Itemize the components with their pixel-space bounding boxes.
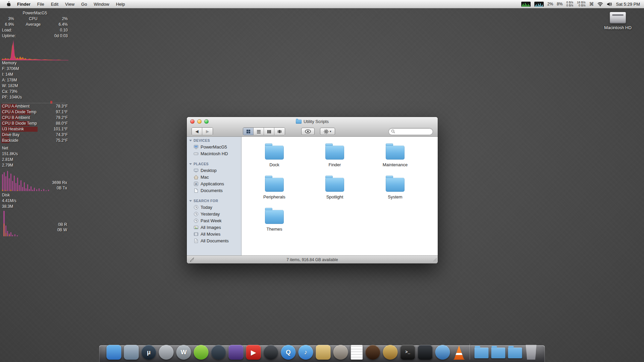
status-io-meter-2[interactable]: 18 B/s 0 B/s [577, 1, 586, 7]
title-bar[interactable]: Utility Scripts [187, 117, 438, 126]
devices-section-header[interactable]: DEVICES [187, 137, 241, 143]
disclosure-triangle-icon[interactable] [189, 200, 192, 202]
folder-label: Dock [269, 162, 279, 167]
proxy-folder-icon[interactable] [296, 120, 302, 124]
dock-item-flame-app[interactable] [366, 345, 380, 360]
dock-item-blue-sphere-app[interactable] [435, 345, 450, 360]
status-io-meter-1[interactable]: 0 B/s 0 B/s [566, 1, 573, 7]
dock-item-monitor-app[interactable] [418, 345, 433, 360]
back-button[interactable]: ◀ [192, 128, 202, 135]
sidebar-item-past-week[interactable]: Past Week [187, 217, 241, 224]
sidebar-item-home[interactable]: Mac [187, 174, 241, 180]
temperature-readouts: CPU A Ambient78.3°F CPU A Diode Temp97.1… [1, 104, 68, 143]
volume-icon[interactable] [607, 2, 612, 6]
dock-item-trash[interactable] [525, 345, 538, 360]
cpu-usage-row: 3% CPU 2% [1, 16, 68, 22]
dock-item-finder[interactable] [107, 345, 121, 360]
search-for-section-header[interactable]: SEARCH FOR [187, 198, 241, 204]
resize-grip[interactable] [433, 257, 437, 263]
dock-item-gimp[interactable] [333, 345, 348, 360]
action-menu-button[interactable]: ▾ [320, 128, 335, 135]
dock-item-discord[interactable] [211, 345, 226, 360]
folder-item-finder[interactable]: Finder [305, 144, 365, 176]
sidebar-item-all-documents[interactable]: All Documents [187, 237, 241, 244]
quick-look-button[interactable] [301, 128, 315, 135]
folder-icon [265, 145, 284, 160]
window-header[interactable]: Utility Scripts ◀ ▶ [187, 117, 438, 137]
status-mem-percent[interactable]: 8% [557, 2, 562, 6]
apple-menu[interactable] [3, 0, 14, 8]
search-input[interactable] [396, 129, 430, 134]
dock-item-wordpress[interactable]: W [176, 345, 191, 360]
wifi-icon[interactable] [597, 2, 603, 6]
dock-item-documents-folder[interactable] [491, 348, 505, 360]
close-button[interactable] [190, 119, 195, 124]
sidebar-item-label: Macintosh HD [201, 151, 228, 156]
menubar-net-history-widget[interactable] [534, 2, 544, 7]
disk-read-label: 0B R [58, 222, 67, 228]
dock-item-vlc[interactable] [453, 346, 466, 360]
icon-view-button[interactable] [243, 128, 254, 135]
places-section-header[interactable]: PLACES [187, 161, 241, 167]
folder-item-dock[interactable]: Dock [244, 144, 305, 176]
menubar-cpu-history-widget[interactable] [521, 2, 531, 7]
sidebar-item-all-images[interactable]: All Images [187, 224, 241, 231]
status-cpu-percent[interactable]: 2% [547, 2, 553, 6]
sidebar-item-desktop[interactable]: Desktop [187, 167, 241, 174]
monitor-hostname: PowerMacG5 [1, 10, 68, 16]
wordpress-icon: W [176, 345, 191, 360]
sidebar-item-documents[interactable]: Documents [187, 187, 241, 194]
dock-item-youtube[interactable]: ▶ [246, 345, 261, 360]
dock-item-twitch[interactable] [229, 345, 244, 360]
dock-item-gray-browser[interactable] [159, 345, 174, 360]
sidebar-item-powermacg5[interactable]: PowerMacG5 [187, 143, 241, 150]
folder-item-spotlight[interactable]: Spotlight [305, 176, 365, 208]
dock-item-limewire[interactable] [194, 345, 209, 360]
disk-history-graph: 0B R 0B W [1, 209, 68, 236]
dock-item-tan-app[interactable] [316, 345, 331, 360]
menu-help[interactable]: Help [113, 0, 128, 8]
menu-bar-clock[interactable]: Sat 5:29 PM [616, 2, 641, 7]
macintosh-hd-desktop-icon[interactable]: Macintosh HD [599, 12, 637, 30]
disclosure-triangle-icon[interactable] [189, 140, 192, 141]
minimize-button[interactable] [197, 119, 202, 124]
search-field[interactable] [388, 128, 433, 135]
dock-item-textedit[interactable] [351, 345, 363, 360]
column-view-button[interactable] [264, 128, 274, 135]
sidebar-item-all-movies[interactable]: All Movies [187, 231, 241, 237]
dock-item-applications-folder[interactable] [475, 348, 489, 360]
dock-item-downloads-folder[interactable] [508, 348, 522, 360]
disclosure-triangle-icon[interactable] [189, 163, 192, 165]
coverflow-view-button[interactable] [274, 128, 285, 135]
menu-view[interactable]: View [62, 0, 78, 8]
dock-item-utorrent[interactable]: µ [142, 345, 156, 360]
dock-item-mosaic-app[interactable] [124, 345, 139, 360]
folder-item-peripherals[interactable]: Peripherals [244, 176, 305, 208]
dock-item-itunes[interactable]: ♪ [299, 345, 313, 360]
sidebar-item-applications[interactable]: A Applications [187, 180, 241, 187]
sidebar-item-today[interactable]: Today [187, 204, 241, 210]
dock-item-dark-disc-app[interactable] [264, 345, 278, 360]
forward-button[interactable]: ▶ [202, 128, 213, 135]
menu-finder[interactable]: Finder [14, 0, 34, 8]
cpu-history-graph [1, 39, 68, 60]
flame-app-icon [366, 345, 380, 360]
folder-item-themes[interactable]: Themes [244, 208, 305, 241]
list-view-button[interactable] [254, 128, 264, 135]
menu-edit[interactable]: Edit [48, 0, 62, 8]
menu-go[interactable]: Go [78, 0, 90, 8]
menu-file[interactable]: File [34, 0, 48, 8]
dock-item-quicktime[interactable]: Q [281, 345, 296, 360]
keyboard-input-icon[interactable]: ⌘ [589, 1, 594, 7]
sidebar-item-yesterday[interactable]: Yesterday [187, 210, 241, 217]
folder-item-maintenance[interactable]: Maintenance [365, 144, 425, 176]
sidebar-item-macintosh-hd[interactable]: Macintosh HD [187, 150, 241, 157]
zoom-button[interactable] [204, 119, 209, 124]
folder-item-system[interactable]: System [365, 176, 425, 208]
dock-item-terminal[interactable]: >_ [400, 345, 415, 360]
sidebar-item-label: Past Week [201, 218, 222, 223]
menu-window[interactable]: Window [90, 0, 112, 8]
applications-icon: A [194, 181, 199, 186]
dock-item-gold-compass-app[interactable] [383, 345, 398, 360]
temp-row: CPU A Ambient78.3°F [1, 104, 68, 109]
